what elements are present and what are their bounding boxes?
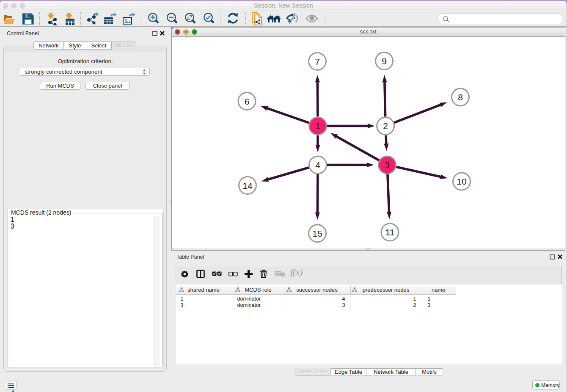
svg-text:11: 11: [385, 227, 395, 237]
svg-text:1: 1: [315, 121, 320, 131]
svg-text:10: 10: [457, 177, 466, 186]
svg-text:14: 14: [242, 181, 253, 190]
svg-text:8: 8: [458, 92, 463, 102]
svg-text:9: 9: [382, 56, 387, 66]
svg-text:7: 7: [315, 57, 320, 66]
svg-text:15: 15: [312, 229, 322, 238]
svg-text:2: 2: [383, 121, 388, 131]
svg-text:4: 4: [315, 160, 320, 170]
svg-text:6: 6: [245, 97, 250, 106]
svg-text:3: 3: [385, 160, 390, 170]
